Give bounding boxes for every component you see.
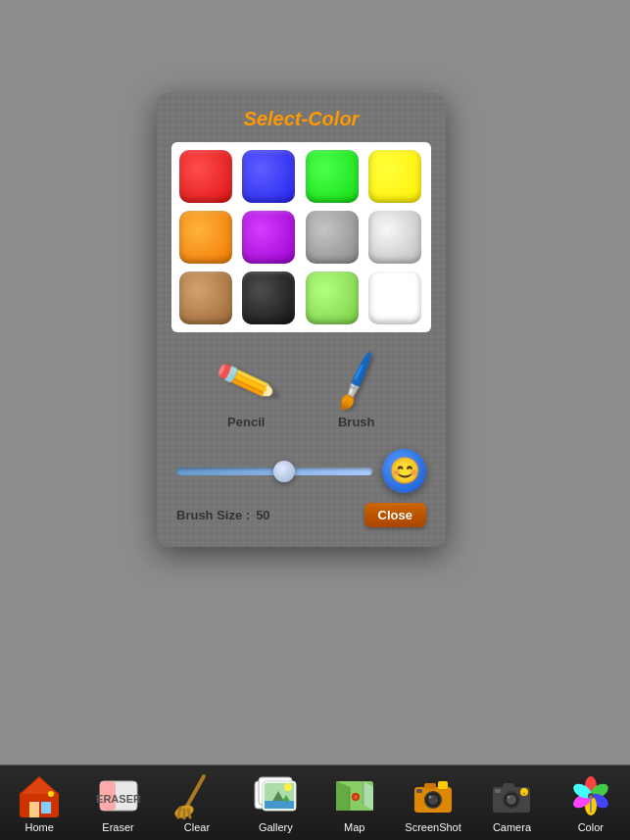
svg-rect-4: [41, 802, 51, 814]
svg-rect-3: [29, 802, 39, 817]
brush-icon: 🖌️: [327, 352, 386, 411]
camera-icon: +: [488, 772, 535, 819]
brush-size-label: Brush Size :: [176, 508, 250, 522]
toolbar-screenshot[interactable]: ScreenShot: [394, 772, 472, 833]
svg-line-12: [178, 808, 180, 817]
tool-area: ✏️ Pencil 🖌️ Brush: [171, 347, 431, 434]
svg-rect-38: [438, 781, 448, 789]
gallery-label: Gallery: [259, 821, 293, 833]
color-swatch-blue[interactable]: [242, 150, 295, 203]
color-label: Color: [578, 821, 604, 833]
toolbar-clear[interactable]: Clear: [158, 772, 236, 833]
toolbar-camera[interactable]: + Camera: [472, 772, 551, 833]
smiley-icon: 😊: [382, 449, 426, 493]
pencil-tool[interactable]: ✏️ Pencil: [217, 352, 275, 429]
toolbar-color[interactable]: Color: [552, 772, 630, 833]
svg-rect-39: [424, 783, 436, 789]
brush-tool[interactable]: 🖌️ Brush: [327, 352, 386, 429]
svg-text:+: +: [523, 790, 527, 796]
toolbar-map[interactable]: Map: [315, 772, 394, 833]
close-button[interactable]: Close: [364, 503, 426, 527]
color-swatch-orange[interactable]: [179, 211, 232, 264]
color-picker-modal: Select-Color ✏️ Pencil 🖌️ Brush 😊: [157, 93, 446, 547]
toolbar-gallery[interactable]: Gallery: [236, 772, 315, 833]
color-swatch-light-green[interactable]: [306, 272, 359, 324]
svg-line-10: [186, 776, 204, 808]
brush-size-value: 50: [256, 508, 269, 522]
home-label: Home: [25, 821, 54, 833]
brush-size-slider[interactable]: [176, 462, 372, 481]
svg-point-5: [48, 791, 54, 797]
camera-label: Camera: [493, 821, 531, 833]
slider-track: [176, 468, 372, 475]
svg-point-31: [354, 795, 358, 799]
color-grid: [179, 150, 423, 324]
svg-point-22: [284, 783, 292, 791]
svg-rect-48: [495, 789, 501, 793]
toolbar-eraser[interactable]: ERASER Eraser: [79, 772, 158, 833]
color-grid-container: [171, 142, 431, 332]
map-label: Map: [344, 821, 364, 833]
toolbar-home[interactable]: Home: [0, 772, 78, 833]
brush-size-area: 😊: [171, 449, 431, 493]
color-swatch-dark-gray[interactable]: [306, 211, 359, 264]
screenshot-label: ScreenShot: [405, 821, 460, 833]
svg-text:ERASER: ERASER: [96, 793, 141, 805]
color-swatch-green[interactable]: [306, 150, 359, 203]
svg-line-14: [188, 810, 190, 817]
pencil-label: Pencil: [227, 415, 265, 429]
color-icon: [567, 772, 614, 819]
svg-rect-40: [416, 789, 422, 793]
eraser-icon: ERASER: [95, 772, 142, 819]
clear-icon: [173, 772, 220, 819]
eraser-label: Eraser: [102, 821, 133, 833]
color-swatch-light-gray[interactable]: [368, 211, 421, 264]
modal-title: Select-Color: [171, 108, 431, 130]
svg-point-37: [429, 796, 432, 799]
home-icon: [16, 772, 63, 819]
svg-rect-23: [265, 801, 294, 809]
color-swatch-red[interactable]: [179, 150, 232, 203]
brush-label: Brush: [338, 415, 375, 429]
slider-thumb[interactable]: [273, 461, 295, 482]
map-icon: [331, 772, 378, 819]
pencil-icon: ✏️: [217, 352, 275, 411]
close-btn-area: Close: [364, 503, 426, 527]
color-swatch-brown[interactable]: [179, 272, 232, 324]
gallery-icon: [252, 772, 299, 819]
svg-point-46: [508, 796, 510, 799]
svg-rect-47: [503, 783, 514, 789]
color-swatch-white[interactable]: [368, 272, 421, 324]
color-swatch-purple[interactable]: [242, 211, 295, 264]
color-swatch-black[interactable]: [242, 272, 295, 324]
bottom-toolbar: Home ERASER Eraser Clear: [0, 765, 630, 840]
screenshot-icon: [410, 772, 457, 819]
clear-label: Clear: [184, 821, 210, 833]
color-swatch-yellow[interactable]: [368, 150, 421, 203]
